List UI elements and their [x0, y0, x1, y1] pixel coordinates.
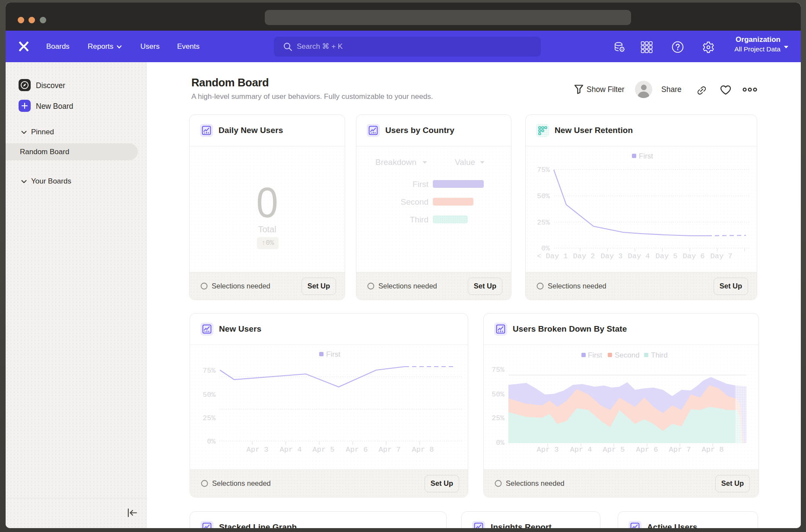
svg-text:Apr 5: Apr 5	[312, 446, 334, 454]
svg-text:Apr 4: Apr 4	[570, 446, 592, 454]
svg-text:Apr 3: Apr 3	[246, 446, 268, 454]
svg-text:Third: Third	[651, 351, 668, 359]
svg-text:25%: 25%	[492, 414, 505, 422]
svg-text:75%: 75%	[203, 367, 216, 375]
svg-text:50%: 50%	[203, 391, 216, 399]
svg-text:50%: 50%	[492, 390, 505, 399]
svg-text:75%: 75%	[492, 366, 505, 374]
svg-text:Day 1: Day 1	[546, 252, 568, 260]
svg-text:Apr 7: Apr 7	[378, 446, 400, 454]
svg-text:0%: 0%	[496, 439, 505, 447]
svg-text:Day 3: Day 3	[600, 252, 622, 260]
svg-text:Apr 5: Apr 5	[603, 446, 625, 454]
svg-text:First: First	[588, 351, 602, 359]
svg-text:First: First	[326, 350, 340, 358]
svg-text:Day 6: Day 6	[682, 252, 704, 260]
svg-text:Apr 8: Apr 8	[412, 446, 434, 454]
svg-text:0%: 0%	[207, 437, 216, 446]
svg-text:Apr 4: Apr 4	[279, 446, 301, 454]
svg-text:25%: 25%	[537, 218, 550, 227]
svg-text:Day 2: Day 2	[573, 252, 595, 260]
svg-text:0%: 0%	[541, 244, 550, 253]
svg-text:25%: 25%	[203, 414, 216, 422]
svg-text:50%: 50%	[537, 192, 550, 200]
svg-text:Apr 3: Apr 3	[536, 446, 558, 454]
svg-text:First: First	[639, 152, 653, 160]
svg-text:Day 7: Day 7	[710, 252, 732, 260]
svg-text:Day 5: Day 5	[655, 252, 677, 260]
svg-text:<: <	[537, 252, 541, 260]
svg-text:Apr 7: Apr 7	[669, 446, 691, 454]
svg-text:Apr 8: Apr 8	[701, 446, 723, 454]
svg-text:Apr 6: Apr 6	[346, 446, 368, 454]
svg-text:Apr 6: Apr 6	[636, 446, 658, 454]
svg-text:75%: 75%	[537, 166, 550, 174]
svg-text:Second: Second	[615, 351, 640, 359]
svg-text:Day 4: Day 4	[628, 252, 650, 260]
